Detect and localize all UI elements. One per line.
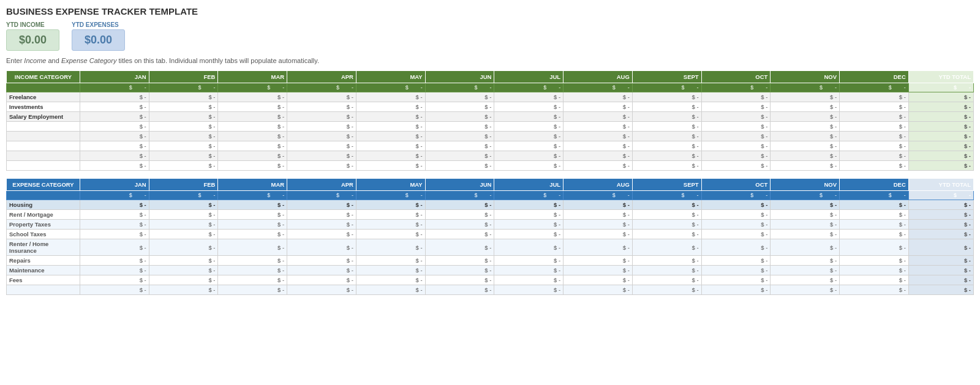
expense-month-cell[interactable]: $ -	[356, 266, 425, 275]
income-month-cell[interactable]: $ -	[701, 132, 771, 141]
income-month-cell[interactable]: $ -	[149, 132, 218, 141]
income-month-cell[interactable]: $ -	[494, 151, 564, 161]
expense-month-cell[interactable]: $ -	[425, 256, 494, 266]
expense-month-cell[interactable]: $ -	[701, 256, 771, 266]
income-category-cell[interactable]	[7, 122, 80, 132]
income-month-cell[interactable]: $ -	[840, 112, 909, 122]
income-month-cell[interactable]: $ -	[80, 92, 149, 102]
income-month-cell[interactable]: $ -	[80, 122, 149, 132]
income-month-cell[interactable]: $ -	[356, 141, 425, 151]
income-month-cell[interactable]: $ -	[356, 151, 425, 161]
expense-category-cell[interactable]: Maintenance	[7, 266, 80, 275]
expense-month-cell[interactable]: $ -	[287, 210, 356, 220]
expense-month-cell[interactable]: $ -	[840, 285, 909, 295]
income-month-cell[interactable]: $ -	[80, 132, 149, 141]
income-month-cell[interactable]: $ -	[771, 151, 840, 161]
expense-month-cell[interactable]: $ -	[494, 285, 564, 295]
expense-month-cell[interactable]: $ -	[701, 275, 771, 285]
income-month-cell[interactable]: $ -	[287, 151, 356, 161]
expense-category-cell[interactable]: Rent / Mortgage	[7, 210, 80, 220]
income-month-cell[interactable]: $ -	[564, 102, 633, 112]
expense-month-cell[interactable]: $ -	[771, 239, 840, 256]
expense-month-cell[interactable]: $ -	[632, 285, 701, 295]
expense-month-cell[interactable]: $ -	[287, 266, 356, 275]
income-month-cell[interactable]: $ -	[425, 122, 494, 132]
income-month-cell[interactable]: $ -	[771, 102, 840, 112]
expense-category-cell[interactable]: Fees	[7, 275, 80, 285]
income-month-cell[interactable]: $ -	[771, 92, 840, 102]
income-month-cell[interactable]: $ -	[218, 132, 287, 141]
income-month-cell[interactable]: $ -	[494, 102, 564, 112]
income-month-cell[interactable]: $ -	[149, 161, 218, 171]
income-category-cell[interactable]: Salary Employment	[7, 112, 80, 122]
income-month-cell[interactable]: $ -	[564, 132, 633, 141]
income-month-cell[interactable]: $ -	[494, 141, 564, 151]
expense-month-cell[interactable]: $ -	[80, 275, 149, 285]
income-month-cell[interactable]: $ -	[494, 161, 564, 171]
expense-month-cell[interactable]: $ -	[771, 266, 840, 275]
expense-category-cell[interactable]: School Taxes	[7, 230, 80, 239]
income-month-cell[interactable]: $ -	[218, 122, 287, 132]
expense-category-cell[interactable]	[7, 285, 80, 295]
expense-month-cell[interactable]: $ -	[80, 220, 149, 230]
income-month-cell[interactable]: $ -	[80, 161, 149, 171]
income-month-cell[interactable]: $ -	[632, 92, 701, 102]
expense-month-cell[interactable]: $ -	[80, 256, 149, 266]
income-month-cell[interactable]: $ -	[494, 122, 564, 132]
expense-month-cell[interactable]: $ -	[356, 230, 425, 239]
income-month-cell[interactable]: $ -	[149, 151, 218, 161]
expense-month-cell[interactable]: $ -	[564, 266, 633, 275]
expense-month-cell[interactable]: $ -	[425, 230, 494, 239]
expense-month-cell[interactable]: $ -	[840, 266, 909, 275]
expense-month-cell[interactable]: $ -	[632, 210, 701, 220]
expense-category-cell[interactable]: Repairs	[7, 256, 80, 266]
expense-month-cell[interactable]: $ -	[287, 239, 356, 256]
expense-month-cell[interactable]: $ -	[564, 275, 633, 285]
income-month-cell[interactable]: $ -	[632, 141, 701, 151]
income-month-cell[interactable]: $ -	[564, 141, 633, 151]
income-month-cell[interactable]: $ -	[840, 132, 909, 141]
income-month-cell[interactable]: $ -	[701, 141, 771, 151]
expense-month-cell[interactable]: $ -	[632, 256, 701, 266]
expense-month-cell[interactable]: $ -	[356, 256, 425, 266]
income-month-cell[interactable]: $ -	[356, 122, 425, 132]
expense-month-cell[interactable]: $ -	[701, 285, 771, 295]
income-month-cell[interactable]: $ -	[425, 141, 494, 151]
expense-month-cell[interactable]: $ -	[840, 256, 909, 266]
expense-month-cell[interactable]: $ -	[80, 210, 149, 220]
income-month-cell[interactable]: $ -	[287, 161, 356, 171]
income-month-cell[interactable]: $ -	[287, 122, 356, 132]
expense-category-cell[interactable]: Renter / Home Insurance	[7, 239, 80, 256]
income-month-cell[interactable]: $ -	[840, 151, 909, 161]
income-category-cell[interactable]	[7, 161, 80, 171]
expense-month-cell[interactable]: $ -	[218, 285, 287, 295]
expense-month-cell[interactable]: $ -	[287, 220, 356, 230]
expense-month-cell[interactable]: $ -	[80, 239, 149, 256]
expense-month-cell[interactable]: $ -	[771, 210, 840, 220]
income-month-cell[interactable]: $ -	[494, 112, 564, 122]
expense-month-cell[interactable]: $ -	[356, 210, 425, 220]
expense-month-cell[interactable]: $ -	[149, 266, 218, 275]
income-month-cell[interactable]: $ -	[701, 102, 771, 112]
income-category-cell[interactable]	[7, 132, 80, 141]
expense-month-cell[interactable]: $ -	[356, 285, 425, 295]
expense-month-cell[interactable]: $ -	[287, 230, 356, 239]
income-month-cell[interactable]: $ -	[356, 102, 425, 112]
expense-month-cell[interactable]: $ -	[425, 220, 494, 230]
expense-month-cell[interactable]: $ -	[287, 275, 356, 285]
expense-month-cell[interactable]: $ -	[80, 266, 149, 275]
income-month-cell[interactable]: $ -	[149, 122, 218, 132]
income-month-cell[interactable]: $ -	[425, 151, 494, 161]
expense-month-cell[interactable]: $ -	[149, 256, 218, 266]
expense-month-cell[interactable]: $ -	[632, 275, 701, 285]
income-month-cell[interactable]: $ -	[287, 92, 356, 102]
income-month-cell[interactable]: $ -	[564, 92, 633, 102]
income-month-cell[interactable]: $ -	[425, 102, 494, 112]
expense-month-cell[interactable]: $ -	[149, 285, 218, 295]
income-month-cell[interactable]: $ -	[632, 122, 701, 132]
income-month-cell[interactable]: $ -	[356, 161, 425, 171]
income-month-cell[interactable]: $ -	[218, 112, 287, 122]
income-month-cell[interactable]: $ -	[494, 132, 564, 141]
income-month-cell[interactable]: $ -	[771, 161, 840, 171]
income-month-cell[interactable]: $ -	[218, 141, 287, 151]
